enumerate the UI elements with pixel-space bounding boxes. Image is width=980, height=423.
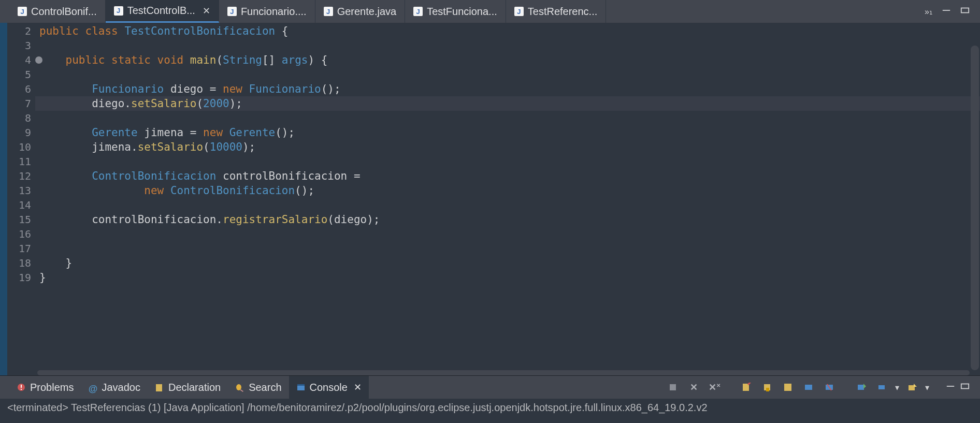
svg-rect-21: [878, 385, 885, 389]
svg-rect-10: [670, 384, 676, 390]
view-tab-search[interactable]: Search: [228, 376, 289, 399]
declaration-icon: [155, 383, 164, 392]
javadoc-icon: @: [88, 383, 97, 392]
code-line[interactable]: ControlBonificacion controlBonificacion …: [35, 169, 980, 183]
svg-rect-7: [240, 389, 243, 392]
editor-tab[interactable]: JTestControlB...✕: [106, 0, 219, 23]
search-icon: [235, 383, 244, 392]
view-tab-console[interactable]: Console✕: [289, 376, 369, 399]
pin-console-button[interactable]: [801, 380, 816, 395]
line-number: 17: [7, 241, 35, 256]
display-selected-console-button[interactable]: [822, 380, 837, 395]
open-console-button[interactable]: [854, 380, 869, 395]
horizontal-scrollbar[interactable]: [37, 370, 970, 375]
svg-rect-1: [961, 8, 969, 13]
maximize-view-icon[interactable]: [960, 7, 970, 16]
tab-label: TestControlB...: [127, 5, 195, 17]
code-line[interactable]: Funcionario diego = new Funcionario();: [35, 82, 980, 96]
remove-launch-button[interactable]: ✕: [686, 380, 701, 395]
code-line[interactable]: [35, 198, 980, 212]
maximize-view-icon[interactable]: [960, 383, 970, 392]
views-tab-bar: Problems@JavadocDeclarationSearchConsole…: [0, 376, 980, 399]
code-line[interactable]: public static void main(String[] args) {: [35, 53, 980, 67]
close-icon[interactable]: ✕: [203, 5, 210, 17]
new-console-button[interactable]: [904, 380, 920, 395]
minimize-view-icon[interactable]: [946, 383, 955, 392]
code-line[interactable]: jimena.setSalario(10000);: [35, 140, 980, 154]
clear-console-button[interactable]: [739, 380, 754, 395]
view-tab-label: Declaration: [168, 382, 221, 393]
view-tab-label: Javadoc: [102, 382, 140, 393]
console-icon: [296, 383, 306, 392]
java-file-icon: J: [114, 6, 123, 16]
minimize-view-icon[interactable]: [942, 7, 951, 16]
svg-rect-19: [858, 385, 864, 390]
line-number: 2: [7, 24, 35, 38]
svg-rect-4: [21, 389, 22, 390]
line-number: 4: [7, 53, 35, 67]
dropdown-arrow-icon[interactable]: ▾: [895, 383, 899, 392]
dropdown-arrow-icon[interactable]: ▾: [925, 383, 929, 392]
console-status-line: <terminated> TestReferencias (1) [Java A…: [0, 399, 980, 416]
code-line[interactable]: controlBonificacion.registrarSalario(die…: [35, 212, 980, 227]
svg-rect-14: [766, 388, 769, 391]
code-line[interactable]: }: [35, 256, 980, 270]
svg-rect-25: [961, 384, 969, 389]
line-number-gutter: 2345678910111213141516171819: [7, 23, 35, 375]
view-tab-problems[interactable]: Problems: [9, 376, 81, 399]
code-line[interactable]: Gerente jimena = new Gerente();: [35, 125, 980, 140]
code-line[interactable]: new ControlBonificacion();: [35, 183, 980, 198]
code-line[interactable]: }: [35, 270, 980, 285]
code-line[interactable]: [35, 241, 980, 256]
view-tab-declaration[interactable]: Declaration: [148, 376, 228, 399]
tab-label: TestReferenc...: [528, 6, 598, 18]
console-selector-button[interactable]: [874, 380, 890, 395]
svg-rect-5: [156, 384, 162, 391]
code-line[interactable]: public class TestControlBonificacion {: [35, 24, 980, 38]
java-file-icon: J: [18, 7, 27, 16]
code-line[interactable]: [35, 111, 980, 125]
code-line[interactable]: [35, 38, 980, 53]
java-file-icon: J: [413, 7, 423, 16]
bottom-panel: Problems@JavadocDeclarationSearchConsole…: [0, 375, 980, 423]
tab-overflow-indicator[interactable]: »₁: [925, 7, 932, 17]
view-tab-javadoc[interactable]: @Javadoc: [81, 376, 148, 399]
editor-tab[interactable]: JTestFunciona...: [405, 0, 506, 23]
editor-tab[interactable]: JControlBonif...: [9, 0, 106, 23]
vertical-scrollbar[interactable]: [971, 46, 979, 370]
code-line[interactable]: diego.setSalario(2000);: [35, 96, 980, 111]
java-file-icon: J: [227, 7, 237, 16]
terminate-button[interactable]: [665, 380, 681, 395]
code-line[interactable]: [35, 227, 980, 241]
svg-rect-15: [784, 384, 791, 391]
scroll-lock-button[interactable]: [759, 380, 775, 395]
editor-tab[interactable]: JFuncionario....: [219, 0, 315, 23]
tab-label: TestFunciona...: [427, 6, 497, 18]
tab-bar-right-controls: »₁: [925, 7, 980, 17]
svg-marker-20: [863, 384, 866, 389]
remove-all-terminated-button[interactable]: ✕✕: [707, 380, 722, 395]
line-number: 16: [7, 227, 35, 241]
view-tab-label: Problems: [30, 382, 74, 393]
code-content[interactable]: public class TestControlBonificacion { p…: [35, 23, 980, 375]
close-icon[interactable]: ✕: [354, 382, 362, 393]
editor-tab[interactable]: JGerente.java: [315, 0, 406, 23]
line-number: 11: [7, 154, 35, 169]
line-number: 15: [7, 212, 35, 227]
line-number: 9: [7, 125, 35, 140]
editor-tab[interactable]: JTestReferenc...: [506, 0, 607, 23]
view-tab-label: Console: [310, 382, 348, 393]
tab-label: Funcionario....: [241, 6, 307, 18]
line-number: 3: [7, 38, 35, 53]
java-file-icon: J: [324, 7, 333, 16]
problems-icon: [17, 383, 26, 392]
code-editor[interactable]: 2345678910111213141516171819 public clas…: [0, 23, 980, 375]
line-number: 18: [7, 256, 35, 270]
svg-line-12: [748, 383, 751, 385]
code-line[interactable]: [35, 67, 980, 82]
word-wrap-button[interactable]: [780, 380, 796, 395]
svg-rect-24: [947, 386, 954, 387]
code-line[interactable]: [35, 154, 980, 169]
line-number: 8: [7, 111, 35, 125]
line-number: 5: [7, 67, 35, 82]
